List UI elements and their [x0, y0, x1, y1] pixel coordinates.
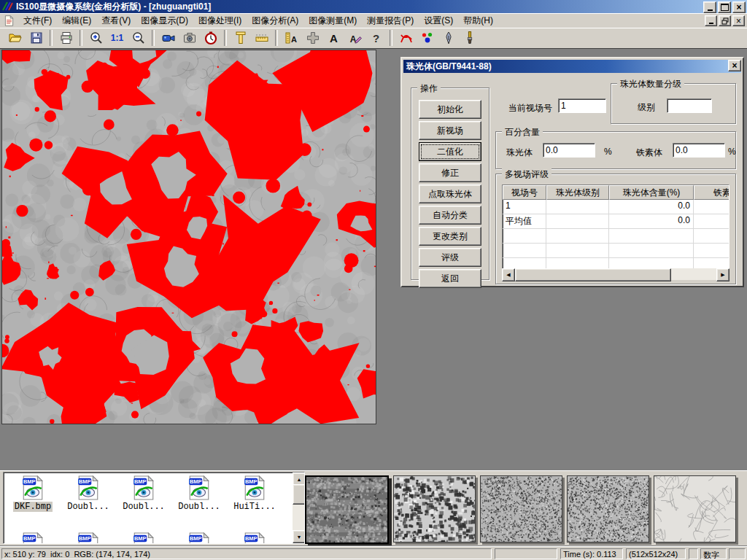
pick-pearlite-button[interactable]: 点取珠光体	[419, 184, 481, 203]
file-item[interactable]: BMP	[227, 532, 282, 544]
file-item[interactable]: BMP Doubl...	[171, 475, 227, 512]
file-item[interactable]: BMP Doubl...	[116, 475, 171, 512]
merge-grid-button[interactable]	[303, 28, 322, 47]
scroll-right-button[interactable]: ▶	[716, 268, 729, 281]
table-row[interactable]: 平均值 0.0	[503, 214, 729, 229]
sample-thumbnail-1[interactable]	[305, 475, 389, 544]
menu-image-analysis[interactable]: 图像分析(A)	[247, 13, 303, 28]
thumbnail-image-5[interactable]	[654, 476, 735, 542]
bmp-file-icon: BMP	[77, 475, 99, 500]
sample-thumbnail-5[interactable]	[654, 475, 736, 542]
snapshot-button[interactable]	[179, 28, 199, 47]
open-button[interactable]	[5, 28, 25, 47]
table-row[interactable]	[503, 229, 729, 244]
change-class-button[interactable]: 更改类别	[419, 227, 481, 246]
new-field-button[interactable]: 新视场	[419, 121, 481, 140]
status-empty-3	[729, 548, 746, 559]
mdi-close-button[interactable]: ×	[732, 15, 745, 26]
bmp-file-icon: BMP	[133, 475, 155, 500]
vscroll-thumb[interactable]	[293, 484, 305, 505]
sample-thumbnail-4[interactable]	[567, 475, 649, 542]
bmp-file-icon: BMP	[22, 475, 44, 500]
binarize-button[interactable]: 二值化	[419, 142, 481, 161]
table-row[interactable]	[503, 244, 729, 258]
file-item[interactable]: BMP	[171, 532, 227, 544]
maximize-button[interactable]	[718, 1, 731, 13]
file-item[interactable]: BMP Doubl...	[61, 475, 116, 512]
operation-group-label: 操作	[417, 82, 441, 95]
cell: 0.0	[609, 214, 694, 228]
camera-icon	[182, 31, 197, 45]
grade-input[interactable]	[667, 98, 712, 113]
col-ferrite: 铁素体	[694, 185, 729, 200]
annotate-button[interactable]: A	[345, 28, 365, 47]
menu-image-processing[interactable]: 图像处理(I)	[193, 13, 247, 28]
file-item[interactable]: BMP DKF.bmp	[5, 475, 61, 512]
current-field-input[interactable]	[558, 98, 606, 113]
actual-size-button[interactable]: 1:1	[107, 28, 127, 47]
scroll-down-button[interactable]: ▼	[293, 530, 305, 543]
count-points-button[interactable]	[417, 28, 437, 47]
menu-image-measure[interactable]: 图像测量(M)	[303, 13, 362, 28]
scroll-left-button[interactable]: ◀	[502, 268, 515, 281]
bmp-file-icon: BMP	[22, 532, 44, 544]
arrow-down-icon: ▼	[297, 534, 302, 540]
menu-help[interactable]: 帮助(H)	[458, 13, 498, 28]
help-button[interactable]: ?	[366, 28, 386, 47]
measure-label-button[interactable]: A	[282, 28, 301, 47]
text-tool-button[interactable]: A	[324, 28, 344, 47]
file-item[interactable]: BMP	[116, 532, 171, 544]
menu-file[interactable]: 文件(F)	[18, 13, 57, 28]
dialog-close-button[interactable]: ×	[728, 60, 741, 71]
file-vscrollbar[interactable]: ▲ ▼	[293, 472, 304, 543]
zoom-in-button[interactable]	[86, 28, 106, 47]
zoom-out-button[interactable]	[128, 28, 148, 47]
percent-group-label: 百分含量	[502, 126, 543, 139]
ferrite-percent-input[interactable]	[673, 143, 725, 158]
mdi-restore-button[interactable]	[719, 15, 731, 26]
cell: 1	[503, 200, 546, 214]
video-capture-button[interactable]	[158, 28, 178, 47]
col-pearlite-grade: 珠光体级别	[546, 185, 609, 200]
thumbnail-image-1[interactable]	[306, 477, 387, 542]
table-hscrollbar[interactable]: ◀ ▶	[502, 268, 729, 280]
menu-image-display[interactable]: 图像显示(D)	[136, 13, 193, 28]
brush-tool-button[interactable]	[460, 28, 479, 47]
pen-tool-button[interactable]	[438, 28, 458, 47]
file-item[interactable]: BMP HuiTi...	[227, 475, 282, 512]
dialog-title-bar[interactable]: 珠光体(GB/T9441-88)	[403, 60, 741, 73]
return-button[interactable]: 返回	[419, 269, 481, 288]
close-icon: ×	[736, 16, 741, 26]
menu-settings[interactable]: 设置(S)	[419, 13, 458, 28]
pearlite-label: 珠光体	[506, 147, 533, 159]
auto-classify-button[interactable]: 自动分类	[419, 206, 481, 225]
rate-button[interactable]: 评级	[419, 248, 481, 267]
ruler-measure-button[interactable]	[252, 28, 271, 47]
menu-edit[interactable]: 编辑(E)	[57, 13, 96, 28]
menu-view[interactable]: 查看(V)	[96, 13, 136, 28]
pearlite-percent-input[interactable]	[543, 143, 595, 158]
caliper-measure-button[interactable]	[231, 28, 250, 47]
sample-thumbnail-3[interactable]	[480, 475, 562, 542]
specimen-image[interactable]	[1, 50, 376, 424]
file-item[interactable]: BMP	[5, 532, 61, 544]
thumbnail-image-4[interactable]	[568, 476, 649, 542]
init-button[interactable]: 初始化	[419, 100, 481, 119]
grade-label: 级别	[638, 101, 655, 114]
minimize-button[interactable]	[703, 1, 716, 13]
menu-measure-report[interactable]: 测量报告(P)	[362, 13, 419, 28]
close-button[interactable]: ×	[732, 1, 746, 13]
print-button[interactable]	[56, 28, 76, 47]
table-row[interactable]: 1 0.0	[503, 200, 729, 214]
timer-button[interactable]	[201, 28, 220, 47]
file-item[interactable]: BMP	[61, 532, 116, 544]
sample-thumbnail-2[interactable]	[393, 475, 476, 542]
correct-button[interactable]: 修正	[419, 163, 481, 182]
curve-tool-button[interactable]	[396, 28, 416, 47]
open-folder-icon	[8, 31, 23, 45]
hscroll-thumb[interactable]	[515, 268, 671, 281]
save-button[interactable]	[26, 28, 46, 47]
thumbnail-image-3[interactable]	[481, 476, 562, 542]
mdi-minimize-button[interactable]	[705, 15, 717, 26]
thumbnail-image-2[interactable]	[394, 476, 475, 542]
